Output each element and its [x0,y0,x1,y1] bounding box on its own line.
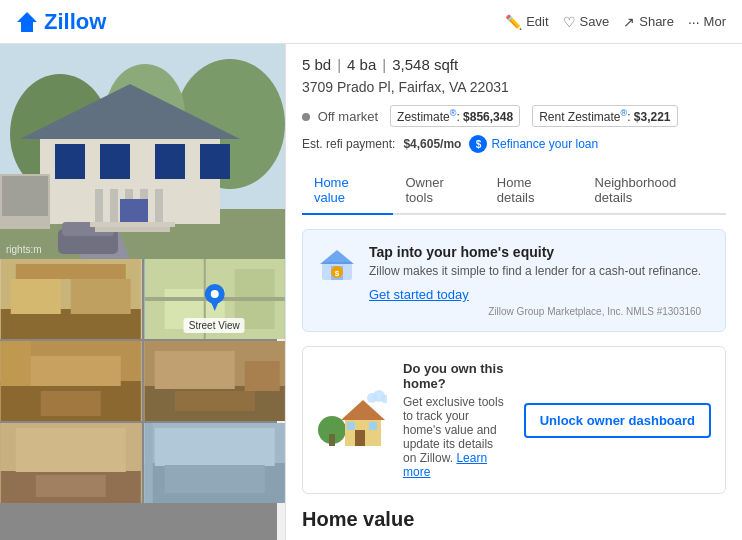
owner-title: Do you own this home? [403,361,508,391]
equity-description: Zillow makes it simple to find a lender … [369,264,701,278]
header-actions: ✏️ Edit ♡ Save ↗ Share ··· Mor [505,14,726,30]
tab-home-value[interactable]: Home value [302,167,393,215]
zillow-logo[interactable]: Zillow [16,9,106,35]
thumbnail-3[interactable] [0,341,142,421]
main-photo[interactable]: rights:m [0,44,285,259]
status-text: Off market [318,109,378,124]
kitchen-photo-3 [0,341,142,421]
svg-rect-17 [120,199,148,224]
svg-rect-9 [100,144,130,179]
tab-home-details[interactable]: Home details [485,167,583,215]
thumbnail-4[interactable] [144,341,286,421]
unlock-dashboard-button[interactable]: Unlock owner dashboard [524,403,711,438]
svg-rect-26 [11,279,61,314]
rent-zestimate-value: $3,221 [634,110,671,124]
svg-rect-8 [55,144,85,179]
off-market-status: Off market [302,109,378,124]
baths-spec: 4 ba [347,56,376,73]
tab-neighborhood-details[interactable]: Neighborhood details [583,167,726,215]
equity-title: Tap into your home's equity [369,244,701,260]
owner-description: Get exclusive tools to track your home's… [403,395,508,479]
tab-owner-tools-label: Owner tools [405,175,443,205]
svg-rect-12 [95,189,103,224]
photo-watermark: rights:m [6,244,42,255]
get-started-text: Get started today [369,287,469,302]
header: Zillow ✏️ Edit ♡ Save ↗ Share ··· Mor [0,0,742,44]
thumbnail-6[interactable] [144,423,286,503]
svg-rect-40 [41,391,101,416]
property-specs: 5 bd | 4 ba | 3,548 sqft [302,56,726,73]
more-button[interactable]: ··· Mor [688,14,726,30]
svg-rect-13 [110,189,118,224]
edit-icon: ✏️ [505,14,522,30]
svg-rect-67 [347,422,355,430]
owner-illustration [317,390,387,450]
get-started-link[interactable]: Get started today [369,287,469,302]
edit-button[interactable]: ✏️ Edit [505,14,548,30]
beds-spec: 5 bd [302,56,331,73]
refi-icon: $ [469,135,487,153]
tab-home-value-label: Home value [314,175,349,205]
share-button[interactable]: ↗ Share [623,14,674,30]
owner-card: Do you own this home? Get exclusive tool… [302,346,726,494]
equity-footer: Zillow Group Marketplace, Inc. NMLS #130… [369,306,701,317]
refinance-link[interactable]: $ Refinance your loan [469,135,598,153]
svg-rect-19 [2,176,48,216]
main-content: rights:m [0,44,742,540]
zestimate-label: Zestimate [397,110,450,124]
save-button[interactable]: ♡ Save [563,14,610,30]
status-dot [302,113,310,121]
heart-icon: ♡ [563,14,576,30]
more-icon: ··· [688,14,700,30]
rent-zestimate-label: Rent Zestimate [539,110,620,124]
property-address: 3709 Prado Pl, Fairfax, VA 22031 [302,79,726,95]
svg-rect-63 [329,434,335,446]
address-text: 3709 Prado Pl, Fairfax, VA 22031 [302,79,509,95]
house-photo-svg [0,44,285,259]
more-label: Mor [704,14,726,29]
share-icon: ↗ [623,14,635,30]
svg-rect-51 [36,475,106,497]
svg-rect-28 [16,264,126,279]
sqft-spec: 3,548 sqft [392,56,458,73]
divider-2: | [382,56,386,73]
owner-house-icon [317,390,387,450]
svg-rect-10 [155,144,185,179]
zestimate-box: Zestimate®: $856,348 [390,105,520,127]
svg-rect-68 [369,422,377,430]
tab-home-details-label: Home details [497,175,535,205]
kitchen-photo-6 [144,423,286,503]
house-money-icon: $ [317,244,357,284]
svg-rect-16 [155,189,163,224]
svg-rect-41 [1,341,31,386]
share-label: Share [639,14,674,29]
street-view-badge[interactable]: Street View [184,318,245,333]
equity-icon: $ [317,244,357,284]
svg-marker-58 [320,250,354,264]
svg-rect-46 [174,391,254,411]
equity-card: $ Tap into your home's equity Zillow mak… [302,229,726,332]
thumbnail-5[interactable] [0,423,142,503]
left-panel: rights:m [0,44,285,540]
price-row: Off market Zestimate®: $856,348 Rent Zes… [302,105,726,127]
thumbnail-map[interactable]: Street View [144,259,286,339]
svg-rect-55 [164,465,264,493]
right-panel: 5 bd | 4 ba | 3,548 sqft 3709 Prado Pl, … [285,44,742,540]
save-label: Save [580,14,610,29]
tab-neighborhood-label: Neighborhood details [595,175,677,205]
owner-middle: Do you own this home? Get exclusive tool… [403,361,508,479]
refi-amount: $4,605/mo [403,137,461,151]
svg-rect-44 [154,351,234,389]
tab-owner-tools[interactable]: Owner tools [393,167,484,215]
zillow-z-icon [16,11,38,33]
divider-1: | [337,56,341,73]
thumbnail-grid: Street View [0,259,285,540]
svg-rect-54 [154,428,274,466]
refi-label: Est. refi payment: [302,137,395,151]
refi-link-text: Refinance your loan [491,137,598,151]
kitchen-photo-1 [0,259,142,339]
kitchen-photo-5 [0,423,142,503]
logo-text: Zillow [44,9,106,35]
thumbnail-1[interactable] [0,259,142,339]
rent-zestimate-sup: ® [621,108,628,118]
